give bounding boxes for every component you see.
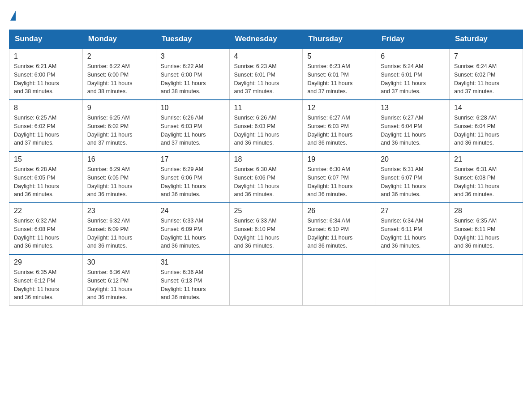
weekday-header-row: SundayMondayTuesdayWednesdayThursdayFrid… [9, 30, 523, 49]
calendar-cell: 10 Sunrise: 6:26 AMSunset: 6:03 PMDaylig… [156, 100, 229, 151]
day-info: Sunrise: 6:25 AMSunset: 6:02 PMDaylight:… [87, 114, 151, 147]
day-info: Sunrise: 6:33 AMSunset: 6:09 PMDaylight:… [161, 217, 225, 250]
day-number: 23 [87, 207, 151, 215]
day-number: 24 [161, 207, 225, 215]
calendar-cell: 24 Sunrise: 6:33 AMSunset: 6:09 PMDaylig… [156, 203, 229, 254]
calendar-cell [376, 254, 450, 306]
day-info: Sunrise: 6:32 AMSunset: 6:08 PMDaylight:… [14, 217, 78, 250]
calendar-cell: 8 Sunrise: 6:25 AMSunset: 6:02 PMDayligh… [9, 100, 83, 151]
day-info: Sunrise: 6:36 AMSunset: 6:12 PMDaylight:… [87, 268, 151, 302]
weekday-header-thursday: Thursday [303, 30, 376, 49]
day-info: Sunrise: 6:28 AMSunset: 6:05 PMDaylight:… [14, 165, 78, 199]
day-info: Sunrise: 6:31 AMSunset: 6:08 PMDaylight:… [454, 165, 518, 199]
calendar-week-row: 22 Sunrise: 6:32 AMSunset: 6:08 PMDaylig… [9, 203, 523, 254]
day-number: 26 [307, 207, 371, 215]
calendar-cell: 4 Sunrise: 6:23 AMSunset: 6:01 PMDayligh… [229, 48, 303, 100]
calendar-cell: 11 Sunrise: 6:26 AMSunset: 6:03 PMDaylig… [229, 100, 303, 151]
calendar-cell: 2 Sunrise: 6:22 AMSunset: 6:00 PMDayligh… [82, 48, 156, 100]
calendar-cell: 21 Sunrise: 6:31 AMSunset: 6:08 PMDaylig… [450, 151, 523, 203]
day-info: Sunrise: 6:29 AMSunset: 6:05 PMDaylight:… [87, 165, 151, 199]
day-info: Sunrise: 6:25 AMSunset: 6:02 PMDaylight:… [14, 114, 78, 147]
calendar-cell: 6 Sunrise: 6:24 AMSunset: 6:01 PMDayligh… [376, 48, 450, 100]
day-number: 15 [14, 155, 78, 163]
calendar-cell: 19 Sunrise: 6:30 AMSunset: 6:07 PMDaylig… [303, 151, 376, 203]
calendar-cell: 30 Sunrise: 6:36 AMSunset: 6:12 PMDaylig… [82, 254, 156, 306]
calendar-cell [450, 254, 523, 306]
weekday-header-saturday: Saturday [450, 30, 523, 49]
day-info: Sunrise: 6:27 AMSunset: 6:04 PMDaylight:… [381, 114, 445, 147]
calendar-table: SundayMondayTuesdayWednesdayThursdayFrid… [9, 30, 523, 306]
day-info: Sunrise: 6:34 AMSunset: 6:11 PMDaylight:… [381, 217, 445, 250]
calendar-cell: 27 Sunrise: 6:34 AMSunset: 6:11 PMDaylig… [376, 203, 450, 254]
day-info: Sunrise: 6:30 AMSunset: 6:07 PMDaylight:… [307, 165, 371, 199]
day-number: 13 [381, 104, 445, 112]
day-info: Sunrise: 6:22 AMSunset: 6:00 PMDaylight:… [161, 62, 225, 96]
calendar-cell: 20 Sunrise: 6:31 AMSunset: 6:07 PMDaylig… [376, 151, 450, 203]
day-number: 7 [454, 52, 518, 60]
day-info: Sunrise: 6:29 AMSunset: 6:06 PMDaylight:… [161, 165, 225, 199]
weekday-header-wednesday: Wednesday [229, 30, 303, 49]
day-info: Sunrise: 6:35 AMSunset: 6:12 PMDaylight:… [14, 268, 78, 302]
day-number: 11 [234, 104, 298, 112]
day-info: Sunrise: 6:28 AMSunset: 6:04 PMDaylight:… [454, 114, 518, 147]
calendar-cell: 23 Sunrise: 6:32 AMSunset: 6:09 PMDaylig… [82, 203, 156, 254]
day-info: Sunrise: 6:24 AMSunset: 6:01 PMDaylight:… [381, 62, 445, 96]
day-number: 27 [381, 207, 445, 215]
day-info: Sunrise: 6:23 AMSunset: 6:01 PMDaylight:… [307, 62, 371, 96]
weekday-header-tuesday: Tuesday [156, 30, 229, 49]
calendar-week-row: 8 Sunrise: 6:25 AMSunset: 6:02 PMDayligh… [9, 100, 523, 151]
day-number: 8 [14, 104, 78, 112]
day-info: Sunrise: 6:30 AMSunset: 6:06 PMDaylight:… [234, 165, 298, 199]
logo [9, 9, 16, 21]
day-info: Sunrise: 6:35 AMSunset: 6:11 PMDaylight:… [454, 217, 518, 250]
day-number: 31 [161, 258, 225, 266]
day-info: Sunrise: 6:32 AMSunset: 6:09 PMDaylight:… [87, 217, 151, 250]
day-info: Sunrise: 6:31 AMSunset: 6:07 PMDaylight:… [381, 165, 445, 199]
calendar-cell: 29 Sunrise: 6:35 AMSunset: 6:12 PMDaylig… [9, 254, 83, 306]
day-info: Sunrise: 6:34 AMSunset: 6:10 PMDaylight:… [307, 217, 371, 250]
header [9, 9, 523, 21]
calendar-week-row: 15 Sunrise: 6:28 AMSunset: 6:05 PMDaylig… [9, 151, 523, 203]
day-number: 9 [87, 104, 151, 112]
day-number: 10 [161, 104, 225, 112]
day-info: Sunrise: 6:27 AMSunset: 6:03 PMDaylight:… [307, 114, 371, 147]
day-number: 30 [87, 258, 151, 266]
day-number: 16 [87, 155, 151, 163]
calendar-cell: 9 Sunrise: 6:25 AMSunset: 6:02 PMDayligh… [82, 100, 156, 151]
day-number: 3 [161, 52, 225, 60]
day-number: 20 [381, 155, 445, 163]
calendar-cell [303, 254, 376, 306]
calendar-cell: 31 Sunrise: 6:36 AMSunset: 6:13 PMDaylig… [156, 254, 229, 306]
day-number: 1 [14, 52, 78, 60]
day-info: Sunrise: 6:21 AMSunset: 6:00 PMDaylight:… [14, 62, 78, 96]
calendar-cell: 26 Sunrise: 6:34 AMSunset: 6:10 PMDaylig… [303, 203, 376, 254]
calendar-cell: 28 Sunrise: 6:35 AMSunset: 6:11 PMDaylig… [450, 203, 523, 254]
day-number: 12 [307, 104, 371, 112]
day-number: 2 [87, 52, 151, 60]
day-info: Sunrise: 6:26 AMSunset: 6:03 PMDaylight:… [161, 114, 225, 147]
day-number: 18 [234, 155, 298, 163]
weekday-header-sunday: Sunday [9, 30, 83, 49]
day-number: 4 [234, 52, 298, 60]
day-info: Sunrise: 6:36 AMSunset: 6:13 PMDaylight:… [161, 268, 225, 302]
day-info: Sunrise: 6:24 AMSunset: 6:02 PMDaylight:… [454, 62, 518, 96]
day-number: 6 [381, 52, 445, 60]
day-number: 28 [454, 207, 518, 215]
calendar-cell: 1 Sunrise: 6:21 AMSunset: 6:00 PMDayligh… [9, 48, 83, 100]
day-info: Sunrise: 6:23 AMSunset: 6:01 PMDaylight:… [234, 62, 298, 96]
calendar-week-row: 29 Sunrise: 6:35 AMSunset: 6:12 PMDaylig… [9, 254, 523, 306]
calendar-cell: 17 Sunrise: 6:29 AMSunset: 6:06 PMDaylig… [156, 151, 229, 203]
calendar-cell: 13 Sunrise: 6:27 AMSunset: 6:04 PMDaylig… [376, 100, 450, 151]
calendar-cell: 12 Sunrise: 6:27 AMSunset: 6:03 PMDaylig… [303, 100, 376, 151]
logo-triangle-icon [10, 11, 16, 21]
day-number: 5 [307, 52, 371, 60]
weekday-header-friday: Friday [376, 30, 450, 49]
day-number: 21 [454, 155, 518, 163]
day-number: 22 [14, 207, 78, 215]
day-info: Sunrise: 6:26 AMSunset: 6:03 PMDaylight:… [234, 114, 298, 147]
calendar-cell: 16 Sunrise: 6:29 AMSunset: 6:05 PMDaylig… [82, 151, 156, 203]
calendar-cell: 5 Sunrise: 6:23 AMSunset: 6:01 PMDayligh… [303, 48, 376, 100]
day-info: Sunrise: 6:22 AMSunset: 6:00 PMDaylight:… [87, 62, 151, 96]
calendar-cell: 3 Sunrise: 6:22 AMSunset: 6:00 PMDayligh… [156, 48, 229, 100]
calendar-cell: 18 Sunrise: 6:30 AMSunset: 6:06 PMDaylig… [229, 151, 303, 203]
